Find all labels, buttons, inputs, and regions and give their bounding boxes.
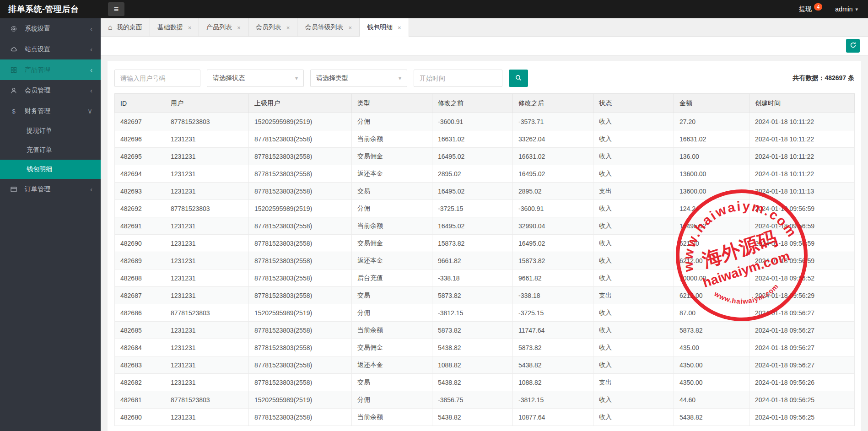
table-cell: 482685 (115, 322, 165, 339)
close-icon[interactable]: × (398, 24, 401, 31)
table-cell: 33262.04 (513, 130, 593, 148)
close-icon[interactable]: × (188, 24, 192, 31)
table-cell: 1231231 (165, 148, 249, 165)
status-select[interactable]: 请选择状态 ▾ (207, 70, 304, 87)
close-icon[interactable]: × (348, 24, 352, 31)
tab-product-list[interactable]: 产品列表× (199, 18, 248, 37)
home-icon: ⌂ (108, 23, 113, 32)
table-cell: 15202595989(2519) (249, 304, 352, 322)
table-cell: 2024-01-18 10:11:22 (749, 130, 855, 148)
table-cell: 16495.02 (432, 183, 513, 200)
table-cell: 482691 (115, 217, 165, 235)
refresh-button[interactable] (846, 39, 860, 53)
sidebar-item-label: 财务管理 (25, 107, 87, 115)
sidebar-item-site-settings[interactable]: 站点设置‹ (0, 39, 101, 59)
table-cell: -338.18 (432, 269, 513, 287)
username: admin (835, 5, 852, 13)
main-area: ⌂我的桌面基础数据×产品列表×会员列表×会员等级列表×钱包明细× 请选择状态 ▾… (101, 18, 868, 431)
table-row: 4826928778152380315202595989(2519)分佣-372… (115, 200, 855, 217)
top-header: 排单系统-管理后台 ≡ 提现 4 admin ▾ (0, 0, 868, 18)
sidebar-item-member-management[interactable]: 会员管理‹ (0, 80, 101, 101)
sidebar-item-finance-management[interactable]: $财务管理∨ (0, 101, 101, 121)
sidebar-subitem-recharge-orders[interactable]: 充值订单 (0, 140, 101, 160)
table-cell: 482692 (115, 200, 165, 217)
table-cell: 5438.82 (432, 409, 513, 426)
table-cell: 87781523803(2558) (249, 409, 352, 426)
sidebar-item-label: 产品管理 (25, 66, 90, 74)
table-row: 482683123123187781523803(2558)返还本金1088.8… (115, 356, 855, 374)
table-cell: 交易 (352, 374, 432, 391)
table-cell: 27.20 (674, 113, 749, 130)
table-cell: 2024-01-18 09:56:29 (749, 287, 855, 304)
table-cell: 87781523803(2558) (249, 322, 352, 339)
withdraw-badge: 4 (814, 3, 822, 11)
table-cell: 1231231 (165, 409, 249, 426)
sidebar-item-label: 系统设置 (25, 25, 90, 33)
table-cell: 87781523803(2558) (249, 287, 352, 304)
table-cell: 2024-01-18 09:56:52 (749, 269, 855, 287)
sidebar-item-order-management[interactable]: 订单管理‹ (0, 179, 101, 199)
tab-my-desktop[interactable]: ⌂我的桌面 (101, 18, 150, 37)
tab-label: 产品列表 (206, 23, 232, 32)
user-menu[interactable]: admin ▾ (835, 5, 858, 13)
withdraw-notice[interactable]: 提现 4 (799, 5, 822, 13)
table-cell: 482694 (115, 165, 165, 183)
gear-icon (10, 25, 21, 32)
table-row: 482687123123187781523803(2558)交易5873.82-… (115, 287, 855, 304)
table-cell: 收入 (593, 235, 674, 252)
column-header: ID (115, 94, 165, 113)
status-select-value: 请选择状态 (213, 74, 245, 82)
sidebar-item-system-settings[interactable]: 系统设置‹ (0, 18, 101, 39)
table-cell: 5438.82 (432, 339, 513, 356)
chevron-left-icon: ‹ (90, 45, 92, 53)
menu-toggle-button[interactable]: ≡ (108, 2, 124, 16)
table-cell: 2024-01-18 10:11:13 (749, 183, 855, 200)
tab-wallet-details[interactable]: 钱包明细× (360, 18, 409, 37)
table-cell: 16495.02 (674, 217, 749, 235)
tab-member-level-list[interactable]: 会员等级列表× (297, 18, 360, 37)
table-cell: 收入 (593, 165, 674, 183)
type-select[interactable]: 请选择类型 ▾ (310, 70, 407, 87)
table-cell: 收入 (593, 252, 674, 269)
table-cell: 87781523803(2558) (249, 165, 352, 183)
table-row: 4826818778152380315202595989(2519)分佣-385… (115, 391, 855, 409)
column-header: 修改之后 (513, 94, 593, 113)
sidebar-item-product-management[interactable]: 产品管理‹ (0, 59, 101, 80)
table-cell: 当前余额 (352, 130, 432, 148)
table-cell: 16631.02 (674, 130, 749, 148)
tab-base-data[interactable]: 基础数据× (150, 18, 199, 37)
chevron-down-icon: ▾ (295, 75, 298, 81)
start-time-input[interactable] (414, 70, 502, 87)
user-number-input[interactable] (114, 70, 200, 87)
close-icon[interactable]: × (286, 24, 290, 31)
table-cell: 87781523803 (165, 304, 249, 322)
sidebar-subitem-withdraw-orders[interactable]: 提现订单 (0, 121, 101, 140)
sidebar-subitem-wallet-details[interactable]: 钱包明细 (0, 160, 101, 179)
dollar-icon: $ (10, 108, 21, 115)
table-row: 482690123123187781523803(2558)交易佣金15873.… (115, 235, 855, 252)
table-cell: 交易佣金 (352, 339, 432, 356)
table-cell: -3812.15 (513, 391, 593, 409)
table-cell: 收入 (593, 304, 674, 322)
close-icon[interactable]: × (237, 24, 241, 31)
table-row: 482695123123187781523803(2558)交易佣金16495.… (115, 148, 855, 165)
table-cell: 87781523803(2558) (249, 269, 352, 287)
table-cell: 87.00 (674, 304, 749, 322)
table-cell: 482682 (115, 374, 165, 391)
tab-member-list[interactable]: 会员列表× (248, 18, 298, 37)
table-cell: 2024-01-18 10:11:22 (749, 113, 855, 130)
table-cell: 2024-01-18 10:11:22 (749, 148, 855, 165)
content-card: 请选择状态 ▾ 请选择类型 ▾ 共有数据：482697 条 ID用户上级用户类型… (108, 61, 861, 431)
table-cell: 482695 (115, 148, 165, 165)
table-cell: 87781523803(2558) (249, 148, 352, 165)
search-button[interactable] (509, 70, 528, 87)
tab-label: 会员等级列表 (305, 23, 343, 32)
total-count: 共有数据：482697 条 (793, 74, 854, 82)
table-cell: 435.00 (674, 339, 749, 356)
filter-row: 请选择状态 ▾ 请选择类型 ▾ 共有数据：482697 条 (114, 70, 854, 87)
column-header: 用户 (165, 94, 249, 113)
table-cell: 11747.64 (513, 322, 593, 339)
chevron-left-icon: ‹ (90, 25, 92, 32)
table-cell: 15873.82 (432, 235, 513, 252)
table-cell: 收入 (593, 391, 674, 409)
